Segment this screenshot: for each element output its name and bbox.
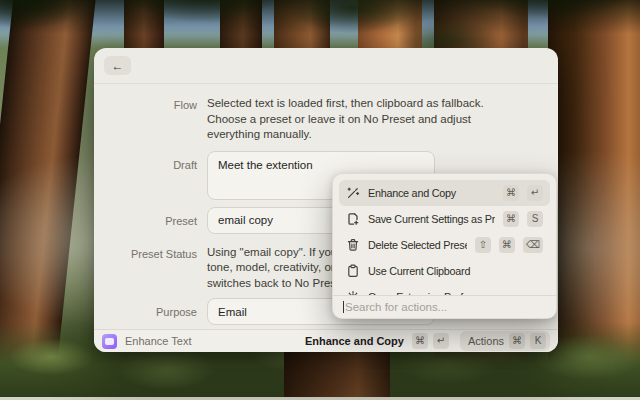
- text-cursor: [343, 301, 344, 313]
- command-key-badge: ⌘: [499, 237, 515, 253]
- k-key-badge: K: [530, 333, 546, 349]
- purpose-label: Purpose: [94, 298, 197, 321]
- wand-icon: [346, 186, 360, 200]
- delete-key-badge: ⌫: [523, 237, 543, 253]
- menu-item-label: Delete Selected Preset: [368, 239, 467, 251]
- command-key-badge: ⌘: [412, 333, 428, 349]
- preset-status-label: Preset Status: [94, 245, 197, 263]
- status-bar-actions: Enhance and Copy ⌘ ↵ Actions ⌘ K: [305, 331, 550, 351]
- flow-description: Selected text is loaded first, then clip…: [207, 96, 541, 143]
- screen: ← Flow Selected text is loaded first, th…: [0, 0, 640, 400]
- command-key-badge: ⌘: [509, 333, 525, 349]
- return-key-badge: ↵: [433, 333, 449, 349]
- shift-key-badge: ⇧: [475, 237, 491, 253]
- actions-search-input[interactable]: [345, 301, 546, 313]
- clipboard-icon: [346, 264, 360, 278]
- menu-item-enhance-and-copy[interactable]: Enhance and Copy ⌘ ↵: [339, 180, 550, 206]
- menu-item-label: Save Current Settings as Preset: [368, 213, 495, 225]
- menu-item-save-preset[interactable]: Save Current Settings as Preset ⌘ S: [339, 206, 550, 232]
- menu-item-label: Enhance and Copy: [368, 187, 495, 199]
- return-key-badge: ↵: [527, 185, 543, 201]
- command-key-badge: ⌘: [503, 211, 519, 227]
- draft-label: Draft: [94, 151, 197, 174]
- flow-label: Flow: [94, 96, 197, 114]
- app-name: Enhance Text: [125, 335, 297, 347]
- actions-button[interactable]: Actions ⌘ K: [460, 331, 550, 351]
- actions-menu: Enhance and Copy ⌘ ↵ Save Current Settin…: [332, 173, 557, 319]
- s-key-badge: S: [527, 211, 543, 227]
- back-arrow-icon: ←: [112, 60, 124, 72]
- preset-label: Preset: [94, 207, 197, 230]
- trash-icon: [346, 238, 360, 252]
- menu-item-label: Use Current Clipboard: [368, 265, 543, 277]
- enhance-text-app-icon: [102, 334, 117, 349]
- save-icon: [346, 212, 360, 226]
- menu-item-use-clipboard[interactable]: Use Current Clipboard: [339, 258, 550, 284]
- primary-action-button[interactable]: Enhance and Copy: [305, 335, 404, 347]
- menu-item-delete-preset[interactable]: Delete Selected Preset ⇧ ⌘ ⌫: [339, 232, 550, 258]
- status-bar: Enhance Text Enhance and Copy ⌘ ↵ Action…: [94, 329, 558, 352]
- window-header: ←: [94, 48, 558, 84]
- actions-button-label: Actions: [468, 335, 504, 347]
- back-button[interactable]: ←: [104, 56, 131, 75]
- command-key-badge: ⌘: [503, 185, 519, 201]
- form-row-flow: Flow Selected text is loaded first, then…: [94, 96, 558, 143]
- actions-search-bar: [333, 295, 556, 318]
